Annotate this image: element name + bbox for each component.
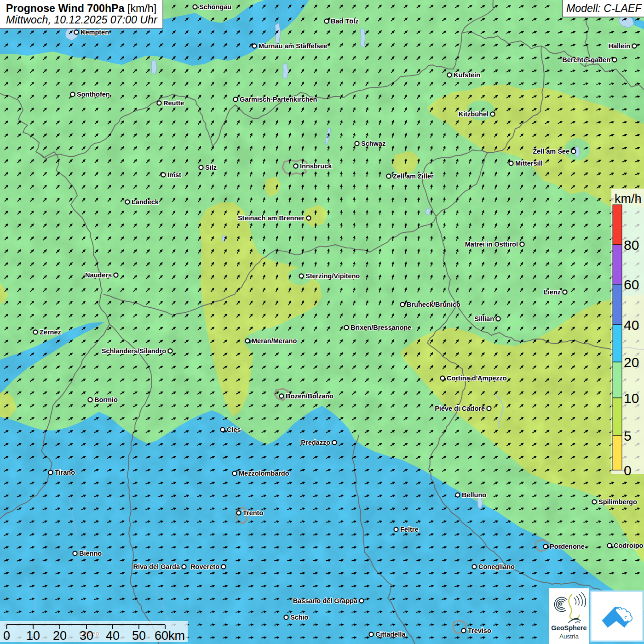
svg-text:Steinach am Brenner: Steinach am Brenner [238, 214, 305, 222]
svg-text:km/h: km/h [615, 192, 642, 206]
svg-text:Landeck: Landeck [132, 198, 159, 206]
svg-text:Reutte: Reutte [163, 99, 184, 107]
svg-text:Mittersill: Mittersill [515, 160, 543, 167]
svg-text:Treviso: Treviso [468, 627, 491, 634]
svg-text:40: 40 [624, 317, 639, 333]
svg-text:Codroipo: Codroipo [614, 542, 644, 549]
svg-text:GeoSphere: GeoSphere [551, 624, 586, 632]
svg-text:10: 10 [26, 629, 40, 643]
svg-text:Hallein: Hallein [608, 42, 630, 50]
svg-text:Bienno: Bienno [79, 550, 102, 557]
svg-text:Murnau am Staffelsee: Murnau am Staffelsee [259, 42, 328, 50]
svg-text:Lienz: Lienz [544, 288, 561, 296]
svg-text:Kempten: Kempten [80, 29, 109, 36]
svg-text:Bassano del Grappa: Bassano del Grappa [293, 597, 358, 604]
svg-text:60km: 60km [155, 629, 185, 643]
svg-text:Schongau: Schongau [199, 3, 231, 11]
svg-text:Feltre: Feltre [400, 526, 419, 533]
svg-text:Conegliano: Conegliano [478, 563, 515, 570]
svg-text:0: 0 [3, 629, 10, 643]
svg-text:Zell am Ziller: Zell am Ziller [393, 172, 434, 180]
svg-text:20: 20 [624, 355, 639, 370]
svg-text:Zernez: Zernez [40, 328, 61, 336]
svg-text:Spilimbergo: Spilimbergo [598, 498, 637, 506]
svg-text:Schio: Schio [290, 614, 309, 621]
svg-text:Bormio: Bormio [94, 396, 118, 403]
svg-text:Tirano: Tirano [55, 469, 75, 476]
svg-text:Trento: Trento [243, 509, 263, 517]
svg-text:Bad Tölz: Bad Tölz [331, 17, 358, 25]
svg-text:Schwaz: Schwaz [361, 140, 385, 147]
svg-text:Mittwoch, 10.12.2025 07:00 Uhr: Mittwoch, 10.12.2025 07:00 Uhr [6, 14, 158, 26]
svg-text:Berchtesgaden: Berchtesgaden [562, 56, 610, 63]
svg-text:Nauders: Nauders [85, 271, 112, 279]
svg-text:Bozen/Bolzano: Bozen/Bolzano [286, 392, 334, 400]
svg-text:60: 60 [624, 277, 639, 292]
svg-text:Belluno: Belluno [462, 491, 486, 499]
svg-text:Silz: Silz [205, 164, 217, 171]
svg-text:Austria: Austria [559, 633, 579, 640]
svg-text:Mezzolombardo: Mezzolombardo [239, 470, 289, 477]
svg-text:Innsbruck: Innsbruck [300, 162, 332, 170]
svg-text:Pordenone: Pordenone [550, 543, 585, 550]
svg-text:5: 5 [624, 428, 632, 443]
svg-text:Bruneck/Brunico: Bruneck/Brunico [407, 301, 460, 308]
svg-text:20: 20 [53, 629, 67, 643]
svg-text:Matrei in Osttirol: Matrei in Osttirol [465, 241, 518, 248]
svg-text:0: 0 [624, 463, 632, 478]
svg-text:Modell: C-LAEF: Modell: C-LAEF [566, 2, 642, 14]
svg-text:80: 80 [624, 237, 639, 253]
svg-text:50: 50 [132, 629, 146, 643]
svg-text:Rovereto: Rovereto [190, 563, 219, 570]
svg-text:Pieve di Cadore: Pieve di Cadore [435, 405, 485, 412]
svg-text:Predazzo: Predazzo [301, 439, 330, 446]
svg-text:Prognose Wind 700hPa [km/h]: Prognose Wind 700hPa [km/h] [6, 2, 156, 14]
svg-text:Brixen/Bressanone: Brixen/Bressanone [351, 324, 411, 331]
svg-text:Schlanders/Silandro: Schlanders/Silandro [102, 347, 166, 355]
svg-text:30: 30 [80, 629, 93, 643]
svg-text:Cittadella: Cittadella [375, 631, 406, 638]
svg-text:40: 40 [106, 629, 120, 643]
svg-text:Sterzing/Vipiteno: Sterzing/Vipiteno [305, 272, 360, 280]
svg-text:Riva del Garda: Riva del Garda [133, 563, 180, 570]
svg-text:Zell am See: Zell am See [533, 148, 569, 155]
svg-text:Kitzbühel: Kitzbühel [459, 110, 489, 118]
svg-text:Cles: Cles [227, 426, 241, 433]
svg-text:Sonthofen: Sonthofen [77, 91, 110, 98]
svg-text:Kufstein: Kufstein [454, 71, 480, 79]
svg-text:10: 10 [624, 391, 639, 406]
svg-text:Cortina d'Ampezzo: Cortina d'Ampezzo [447, 374, 507, 382]
svg-text:Meran/Merano: Meran/Merano [252, 337, 297, 345]
svg-text:Imst: Imst [167, 171, 181, 178]
svg-text:Garmisch-Partenkirchen: Garmisch-Partenkirchen [240, 96, 317, 103]
svg-text:Sillian: Sillian [474, 315, 494, 322]
